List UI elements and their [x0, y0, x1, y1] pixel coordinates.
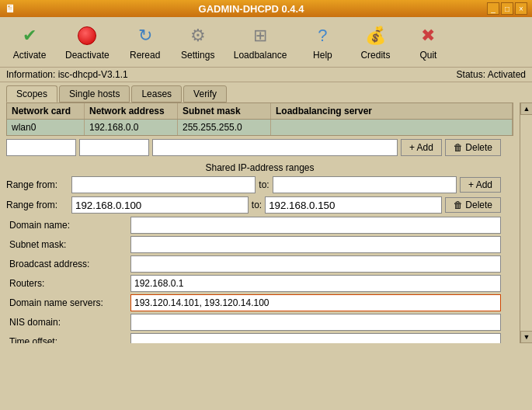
field-row-time-offset: Time offset:	[6, 333, 501, 343]
field-row-subnet-mask: Subnet mask:	[6, 236, 501, 253]
help-button[interactable]: ? Help	[299, 20, 346, 64]
add-input-1[interactable]	[6, 139, 76, 156]
inner-scroll: Network card Network address Subnet mask…	[0, 102, 532, 343]
table-row[interactable]: wlan0 192.168.0.0 255.255.255.0	[6, 120, 513, 136]
range-row-1: Range from: to: + Add	[6, 176, 501, 193]
scroll-section: Network card Network address Subnet mask…	[0, 102, 532, 343]
label-dns: Domain name servers:	[6, 297, 130, 308]
range-to-input-1[interactable]	[273, 176, 457, 193]
vertical-scrollbar[interactable]: ▲ ▼	[520, 102, 532, 343]
loadbalance-button[interactable]: ⊞ Loadbalance	[228, 20, 294, 64]
reread-button[interactable]: ↻ Reread	[122, 20, 169, 64]
tab-single-hosts[interactable]: Single hosts	[59, 85, 130, 102]
window-controls[interactable]: _ □ ×	[487, 2, 527, 15]
tab-leases[interactable]: Leases	[131, 85, 182, 102]
form-area: + Add 🗑 Delete Shared IP-address ranges …	[0, 136, 520, 343]
range-from-label-1: Range from:	[6, 179, 68, 190]
label-domain-name: Domain name:	[6, 220, 130, 231]
range-add-button[interactable]: + Add	[460, 177, 501, 193]
loadbalance-icon: ⊞	[248, 23, 273, 48]
label-subnet-mask: Subnet mask:	[6, 239, 130, 250]
main-content: Network card Network address Subnet mask…	[0, 102, 532, 343]
scroll-up-button[interactable]: ▲	[520, 102, 532, 115]
deactivate-button[interactable]: Deactivate	[59, 20, 116, 64]
shared-ip-title: Shared IP-address ranges	[6, 159, 513, 176]
col-network-address: Network address	[85, 103, 178, 119]
tabs-row: Scopes Single hosts Leases Verify	[0, 82, 532, 102]
delete-button[interactable]: 🗑 Delete	[445, 139, 501, 156]
quit-icon: ✖	[416, 23, 440, 48]
table-header: Network card Network address Subnet mask…	[6, 102, 513, 120]
col-subnet-mask: Subnet mask	[178, 103, 271, 119]
scroll-down-button[interactable]: ▼	[520, 331, 532, 343]
input-nis[interactable]	[130, 314, 501, 331]
window-title: GADMIN-DHCPD 0.4.4	[16, 3, 487, 15]
range-from-input-1[interactable]	[71, 176, 256, 193]
col-network-card: Network card	[7, 103, 85, 119]
credits-button[interactable]: 💰 Credits	[352, 20, 398, 64]
cell-server	[271, 120, 513, 135]
app-icon: 🖥	[5, 2, 16, 15]
label-time-offset: Time offset:	[6, 336, 130, 343]
input-broadcast[interactable]	[130, 255, 501, 273]
input-time-offset[interactable]	[130, 333, 501, 343]
range-to-input-2[interactable]	[265, 196, 442, 214]
input-domain-name[interactable]	[130, 217, 501, 234]
range-delete-button[interactable]: 🗑 Delete	[445, 197, 501, 213]
field-row-broadcast: Broadcast address:	[6, 255, 501, 273]
field-row-dns: Domain name servers:	[6, 294, 501, 311]
add-button[interactable]: + Add	[401, 139, 442, 156]
label-nis: NIS domain:	[6, 317, 130, 328]
toolbar: ✔ Activate Deactivate ↻ Reread ⚙ Setting…	[0, 17, 532, 68]
cell-mask: 255.255.255.0	[178, 120, 271, 135]
col-loadbalancing-server: Loadbalancing server	[271, 103, 513, 119]
tab-scopes[interactable]: Scopes	[6, 85, 57, 102]
reread-icon: ↻	[133, 23, 158, 48]
label-routers: Routers:	[6, 278, 130, 289]
range-to-label-2: to:	[252, 200, 262, 210]
range-to-label-1: to:	[259, 179, 269, 190]
close-button[interactable]: ×	[515, 2, 527, 15]
status-right: Status: Activated	[457, 69, 526, 80]
tab-verify[interactable]: Verify	[183, 85, 227, 102]
add-input-3[interactable]	[152, 139, 398, 156]
cell-card: wlan0	[7, 120, 85, 135]
scroll-track	[520, 115, 532, 343]
minimize-button[interactable]: _	[487, 2, 499, 15]
maximize-button[interactable]: □	[501, 2, 513, 15]
deactivate-icon	[75, 23, 99, 48]
activate-icon: ✔	[17, 23, 42, 48]
status-left: Information: isc-dhcpd-V3.1.1	[6, 69, 128, 80]
range-row-2: Range from: to: 🗑 Delete	[6, 196, 501, 214]
activate-button[interactable]: ✔ Activate	[6, 20, 53, 64]
field-row-routers: Routers:	[6, 275, 501, 292]
credits-icon: 💰	[363, 23, 388, 48]
quit-button[interactable]: ✖ Quit	[405, 20, 451, 64]
add-input-2[interactable]	[79, 139, 149, 156]
title-bar: 🖥 GADMIN-DHCPD 0.4.4 _ □ ×	[0, 0, 532, 17]
help-icon: ?	[310, 23, 335, 48]
settings-icon: ⚙	[186, 23, 210, 48]
input-routers[interactable]	[130, 275, 501, 292]
settings-button[interactable]: ⚙ Settings	[175, 20, 221, 64]
input-dns[interactable]	[130, 294, 501, 311]
field-row-nis: NIS domain:	[6, 314, 501, 331]
add-row: + Add 🗑 Delete	[6, 139, 501, 156]
field-row-domain-name: Domain name:	[6, 217, 501, 234]
cell-address: 192.168.0.0	[85, 120, 178, 135]
range-from-label-2: Range from:	[6, 200, 68, 210]
status-bar: Information: isc-dhcpd-V3.1.1 Status: Ac…	[0, 68, 532, 82]
label-broadcast: Broadcast address:	[6, 259, 130, 269]
input-subnet-mask[interactable]	[130, 236, 501, 253]
range-from-input-2[interactable]	[71, 196, 249, 214]
